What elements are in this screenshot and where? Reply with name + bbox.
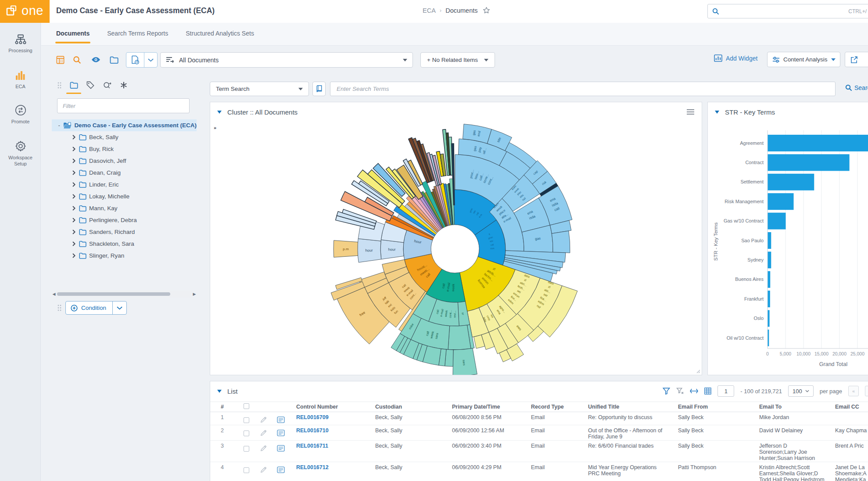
str-bar-chart[interactable]: 05,00010,00015,00020,00025,00030,000Agre…	[708, 102, 868, 375]
search-panel-icon[interactable]	[72, 52, 82, 68]
table-row-rel0016710[interactable]: 2REL0016710Beck, Sally06/09/2000 12:56 A…	[210, 425, 868, 441]
search-terms-input[interactable]	[330, 82, 836, 96]
export-button[interactable]	[845, 52, 868, 67]
search-mode-dropdown[interactable]: Term Search	[210, 82, 309, 96]
bar-buenos-aires[interactable]	[768, 271, 771, 288]
control-number-link[interactable]: REL0016711	[296, 443, 328, 449]
condition-button[interactable]: Condition	[65, 301, 127, 315]
expand-chevron-icon[interactable]	[72, 158, 75, 163]
resize-grip-icon[interactable]	[696, 370, 700, 373]
collapse-caret-icon[interactable]	[217, 390, 222, 393]
rail-item-processing[interactable]: Processing	[0, 34, 41, 54]
pencil-icon[interactable]	[260, 445, 267, 452]
table-row-rel0016711[interactable]: 3REL0016711Beck, Sally06/09/2000 3:40 PM…	[210, 441, 868, 462]
sunburst-segment[interactable]	[448, 325, 471, 350]
bar-oil-w-10-contract[interactable]	[768, 330, 769, 346]
row-checkbox[interactable]	[244, 431, 249, 436]
row-checkbox[interactable]	[244, 467, 249, 473]
add-widget-button[interactable]: Add Widget	[714, 54, 757, 62]
rail-item-promote[interactable]: Promote	[0, 104, 41, 125]
scrollbar-thumb[interactable]	[57, 292, 170, 296]
content-analysis-dropdown[interactable]: Content Analysis	[767, 52, 840, 67]
control-number-link[interactable]: REL0016709	[296, 414, 329, 420]
column-header-email-from[interactable]: Email From	[672, 402, 753, 412]
global-search-box[interactable]: CTRL+/	[707, 4, 868, 18]
condition-chevron-icon[interactable]	[112, 302, 126, 314]
preview-eye-icon[interactable]	[91, 52, 100, 68]
envelope-icon[interactable]	[277, 430, 285, 436]
column-header-control-number[interactable]: Control Number	[290, 402, 369, 412]
grid-view-icon[interactable]	[704, 388, 711, 395]
scroll-left-icon[interactable]: ◀	[52, 292, 56, 296]
table-row-rel0016712[interactable]: 4REL0016712Beck, Sally06/09/2000 4:29 PM…	[210, 462, 868, 481]
view-group-chevron-icon[interactable]	[144, 53, 157, 67]
tab-structured-analytics-sets[interactable]: Structured Analytics Sets	[186, 30, 254, 43]
bar-sao-paulo[interactable]	[768, 232, 771, 249]
expand-width-icon[interactable]	[690, 388, 698, 394]
expand-chevron-icon[interactable]	[72, 230, 75, 234]
bar-oslo[interactable]	[768, 310, 770, 327]
tree-root-item[interactable]: -Demo Case - Early Case Assessment (ECA)	[52, 119, 197, 131]
row-checkbox[interactable]	[244, 446, 249, 452]
rail-item-workspace-setup[interactable]: WorkspaceSetup	[0, 140, 41, 167]
per-page-dropdown[interactable]: 100	[788, 385, 814, 397]
breadcrumb-parent[interactable]: ECA	[423, 7, 436, 14]
scroll-right-icon[interactable]: ▶	[192, 292, 197, 296]
table-row-rel0016709[interactable]: 1REL0016709Beck, Sally06/08/2000 8:56 PM…	[210, 412, 868, 425]
cluster-sunburst-chart[interactable]: procrevcale-mitprocrevcalconproc...issu.…	[210, 102, 702, 375]
expand-chevron-icon[interactable]	[72, 194, 75, 199]
tree-item-slinger-ryan[interactable]: Slinger, Ryan	[52, 250, 197, 262]
related-items-dropdown[interactable]: + No Related Items	[420, 52, 495, 68]
browser-tab-folders[interactable]	[65, 77, 82, 93]
envelope-icon[interactable]	[277, 445, 285, 452]
drag-handle-icon[interactable]	[57, 305, 61, 311]
envelope-icon[interactable]	[277, 416, 285, 423]
column-header-custodian[interactable]: Custodian	[369, 402, 446, 412]
bar-frankfurt[interactable]	[768, 291, 770, 307]
column-header-record-type[interactable]: Record Type	[525, 402, 582, 412]
tree-item-lokay-michelle[interactable]: Lokay, Michelle	[52, 190, 197, 202]
bar-agreement[interactable]	[768, 135, 868, 151]
tree-item-dasovich-jeff[interactable]: Dasovich, Jeff	[52, 155, 197, 167]
pencil-icon[interactable]	[260, 430, 267, 436]
browser-folder-icon[interactable]	[109, 52, 119, 68]
column-header--[interactable]: #	[210, 402, 237, 412]
expand-chevron-icon[interactable]	[72, 147, 75, 151]
expand-chevron-icon[interactable]	[72, 182, 75, 187]
expand-chevron-icon[interactable]	[72, 253, 75, 258]
bar-gas-w-10-contract[interactable]	[768, 213, 786, 230]
column-header-primary-date-time[interactable]: Primary Date/Time	[446, 402, 525, 412]
expand-chevron-icon[interactable]	[72, 218, 75, 223]
tree-item-mann-kay[interactable]: Mann, Kay	[52, 202, 197, 214]
filter-funnel-icon[interactable]	[663, 388, 670, 395]
document-view-button-group[interactable]	[126, 52, 158, 68]
tab-search-terms-reports[interactable]: Search Terms Reports	[107, 30, 168, 43]
control-number-link[interactable]: REL0016712	[296, 464, 329, 470]
envelope-icon[interactable]	[277, 467, 285, 473]
bar-contract[interactable]	[768, 154, 850, 171]
column-header-email-to[interactable]: Email To	[753, 402, 829, 412]
breadcrumb-current[interactable]: Documents	[445, 7, 477, 14]
tree-item-linder-eric[interactable]: Linder, Eric	[52, 179, 197, 190]
prev-page-button[interactable]: ‹	[865, 386, 868, 396]
tab-documents[interactable]: Documents	[56, 30, 90, 43]
bar-risk-management[interactable]	[768, 193, 794, 210]
column-header-email-cc[interactable]: Email CC	[829, 402, 868, 412]
expand-chevron-icon[interactable]	[72, 135, 75, 140]
layout-grid-icon[interactable]	[55, 52, 65, 68]
expand-chevron-icon[interactable]	[72, 170, 75, 175]
tree-item-sanders-richard[interactable]: Sanders, Richard	[52, 226, 197, 238]
tree-item-shackleton-sara[interactable]: Shackleton, Sara	[52, 238, 197, 250]
pencil-icon[interactable]	[260, 467, 267, 473]
tree-item-buy-rick[interactable]: Buy, Rick	[52, 143, 197, 155]
page-number-input[interactable]	[717, 385, 734, 397]
row-checkbox[interactable]	[244, 417, 249, 423]
select-all-checkbox[interactable]	[244, 403, 249, 409]
document-history-icon[interactable]	[126, 53, 144, 67]
tree-horizontal-scrollbar[interactable]: ◀ ▶	[52, 291, 197, 298]
browser-tab-clusters[interactable]	[115, 77, 132, 93]
tree-item-perlingiere-debra[interactable]: Perlingiere, Debra	[52, 214, 197, 226]
first-page-button[interactable]: «	[848, 386, 859, 396]
column-header-unified-title[interactable]: Unified Title	[582, 402, 672, 412]
scrollbar-track[interactable]	[56, 291, 192, 298]
